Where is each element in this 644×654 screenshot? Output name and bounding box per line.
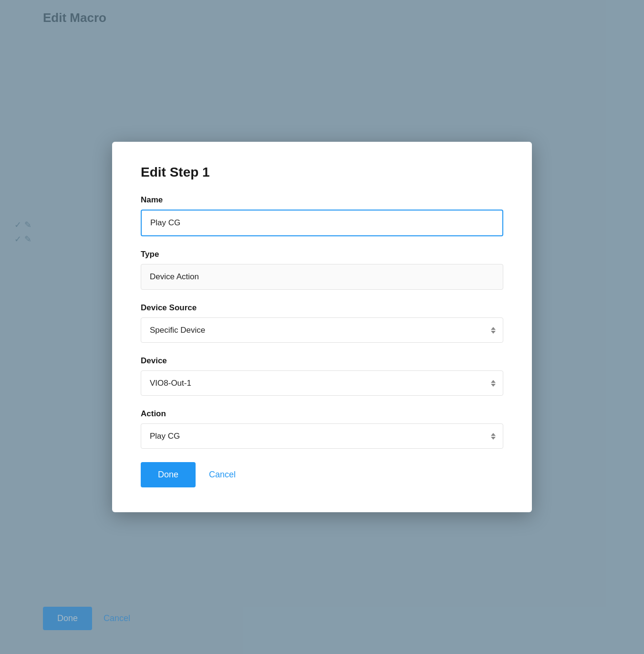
device-source-select[interactable]: Specific Device xyxy=(141,317,503,343)
cancel-button[interactable]: Cancel xyxy=(209,470,236,480)
name-input[interactable] xyxy=(141,210,503,236)
device-source-wrapper: Specific Device xyxy=(141,317,503,343)
modal-title: Edit Step 1 xyxy=(141,165,503,180)
action-wrapper: Play CG xyxy=(141,423,503,449)
action-label: Action xyxy=(141,409,503,419)
device-label: Device xyxy=(141,356,503,366)
done-button[interactable]: Done xyxy=(141,462,196,487)
action-select[interactable]: Play CG xyxy=(141,423,503,449)
modal-backdrop: Edit Step 1 Name Type Device Action Devi… xyxy=(0,0,644,654)
device-select[interactable]: VIO8-Out-1 xyxy=(141,370,503,396)
device-wrapper: VIO8-Out-1 xyxy=(141,370,503,396)
device-source-label: Device Source xyxy=(141,303,503,313)
modal-dialog: Edit Step 1 Name Type Device Action Devi… xyxy=(112,142,532,512)
name-label: Name xyxy=(141,195,503,205)
type-label: Type xyxy=(141,250,503,259)
buttons-row: Done Cancel xyxy=(141,462,503,487)
type-display: Device Action xyxy=(141,264,503,290)
